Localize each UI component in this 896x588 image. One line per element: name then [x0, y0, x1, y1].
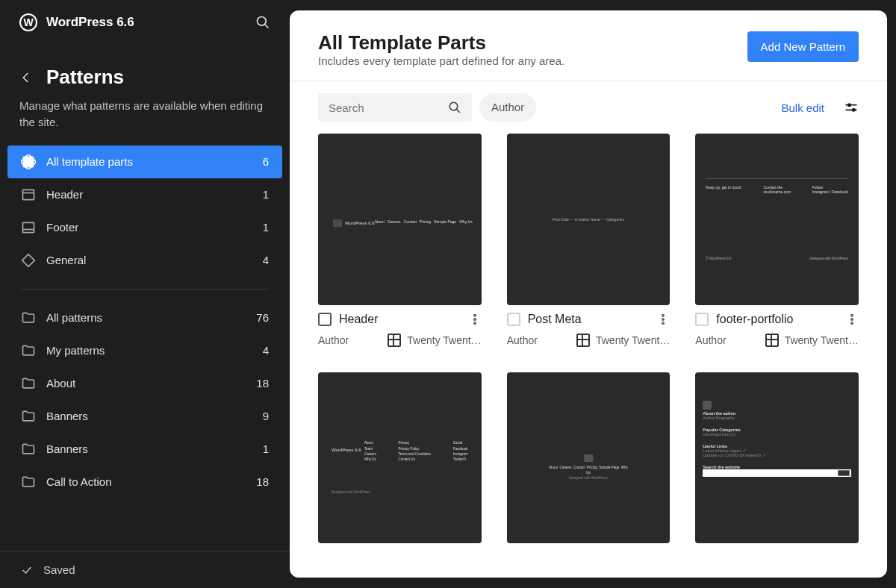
- theme-name: Twenty Twent…: [785, 334, 859, 346]
- nav-label: All template parts: [46, 155, 133, 168]
- more-options-icon[interactable]: [845, 313, 859, 326]
- svg-point-0: [258, 17, 267, 26]
- section-description: Manage what patterns are available when …: [0, 98, 290, 146]
- folder-icon: [21, 343, 36, 358]
- topbar: W WordPress 6.6: [0, 0, 290, 45]
- template-thumbnail[interactable]: WordPress 6.6 AboutCareersContactPricing…: [318, 134, 482, 305]
- folder-icon: [21, 409, 36, 424]
- section-title: Patterns: [46, 66, 124, 89]
- header-layout-icon: [21, 187, 36, 202]
- theme-name: Twenty Twent…: [596, 334, 670, 346]
- nav-my-patterns[interactable]: My patterns 4: [7, 334, 282, 367]
- nav-label: About: [46, 377, 75, 390]
- search-input[interactable]: [329, 101, 433, 114]
- nav-banners-2[interactable]: Banners 1: [7, 433, 282, 466]
- nav-label: Banners: [46, 410, 88, 422]
- nav-banners-1[interactable]: Banners 9: [7, 400, 282, 433]
- nav-count: 18: [256, 475, 269, 488]
- nav-label: Footer: [46, 221, 78, 234]
- cards-grid: WordPress 6.6 AboutCareersContactPricing…: [290, 134, 887, 543]
- svg-line-1: [265, 25, 269, 28]
- svg-point-16: [473, 318, 475, 319]
- author-filter-chip[interactable]: Author: [479, 93, 536, 122]
- nav-label: All patterns: [46, 311, 102, 324]
- view-options-icon[interactable]: [844, 100, 859, 115]
- wordpress-logo-icon: W: [19, 13, 37, 31]
- sidebar: W WordPress 6.6 Patterns Manage what pat…: [0, 0, 290, 588]
- nav-header[interactable]: Header 1: [7, 178, 282, 211]
- template-thumbnail[interactable]: About Careers Contact Pricing Sample Pag…: [507, 372, 671, 544]
- card-title: Header: [339, 313, 378, 326]
- back-icon[interactable]: [19, 71, 33, 84]
- nav-count: 18: [256, 377, 269, 390]
- nav-count: 4: [263, 254, 269, 266]
- nav-all-template-parts[interactable]: All template parts 6: [7, 146, 282, 178]
- theme-name: Twenty Twent…: [407, 334, 481, 346]
- nav-count: 1: [263, 188, 269, 201]
- nav-all-patterns[interactable]: All patterns 76: [7, 301, 282, 334]
- nav-label: Call to Action: [46, 475, 112, 488]
- toolbar: Author Bulk edit: [290, 81, 887, 134]
- svg-point-18: [662, 314, 664, 316]
- template-parts-nav: All template parts 6 Header 1 Footer 1: [0, 146, 290, 498]
- template-thumbnail[interactable]: About the authorAuthor Biography Popular…: [695, 372, 859, 544]
- card-title: footer-portfolio: [716, 313, 793, 326]
- site-brand[interactable]: W WordPress 6.6: [19, 13, 134, 31]
- select-checkbox[interactable]: [507, 313, 520, 326]
- nav-count: 6: [263, 155, 269, 168]
- theme-icon: [388, 334, 401, 347]
- svg-point-22: [851, 318, 853, 319]
- svg-rect-8: [22, 254, 34, 266]
- divider: [21, 289, 269, 290]
- general-icon: [21, 253, 36, 268]
- author-label: Author: [507, 334, 538, 346]
- footer-layout-icon: [21, 220, 36, 235]
- folder-icon: [21, 442, 36, 457]
- svg-point-14: [853, 109, 855, 111]
- template-thumbnail[interactable]: WordPress 6.6 AboutTeamCareersWhy Us Pri…: [318, 372, 482, 544]
- svg-point-15: [473, 314, 475, 316]
- main-header: All Template Parts Includes every templa…: [290, 10, 887, 81]
- template-card: Post Date — in Author Name — Categories …: [507, 134, 671, 347]
- saved-label: Saved: [43, 563, 75, 576]
- page-subtitle: Includes every template part defined for…: [318, 54, 564, 67]
- main-panel: All Template Parts Includes every templa…: [290, 10, 887, 578]
- svg-point-21: [851, 314, 853, 316]
- nav-general[interactable]: General 4: [7, 244, 282, 277]
- page-title: All Template Parts: [318, 31, 564, 54]
- nav-count: 76: [256, 311, 269, 324]
- search-icon[interactable]: [255, 15, 270, 30]
- select-checkbox[interactable]: [695, 313, 709, 326]
- site-title: WordPress 6.6: [46, 15, 134, 30]
- nav-count: 4: [263, 344, 269, 357]
- template-thumbnail[interactable]: Post Date — in Author Name — Categories: [507, 134, 671, 305]
- add-new-pattern-button[interactable]: Add New Pattern: [747, 31, 859, 62]
- svg-point-19: [662, 318, 664, 319]
- nav-call-to-action[interactable]: Call to Action 18: [7, 466, 282, 498]
- template-card: WordPress 6.6 AboutCareersContactPricing…: [318, 134, 482, 347]
- search-input-wrapper[interactable]: [318, 93, 472, 122]
- nav-count: 1: [263, 221, 269, 234]
- select-checkbox[interactable]: [318, 313, 332, 326]
- template-parts-icon: [21, 154, 36, 169]
- svg-rect-6: [23, 222, 34, 232]
- svg-rect-4: [23, 190, 34, 199]
- check-icon: [21, 564, 33, 576]
- template-thumbnail[interactable]: Keep up, get in touch.Contact thestudion…: [695, 134, 859, 305]
- svg-point-12: [848, 104, 850, 106]
- card-title: Post Meta: [528, 313, 582, 326]
- more-options-icon[interactable]: [468, 313, 482, 326]
- author-label: Author: [695, 334, 726, 346]
- bulk-edit-link[interactable]: Bulk edit: [781, 101, 824, 114]
- nav-footer[interactable]: Footer 1: [7, 211, 282, 244]
- nav-about[interactable]: About 18: [7, 367, 282, 400]
- more-options-icon[interactable]: [656, 313, 670, 326]
- svg-line-10: [456, 109, 460, 113]
- section-header: Patterns: [0, 45, 290, 98]
- author-label: Author: [318, 334, 349, 346]
- search-icon[interactable]: [448, 101, 461, 114]
- folder-icon: [21, 310, 36, 325]
- nav-count: 1: [263, 442, 269, 455]
- folder-icon: [21, 376, 36, 391]
- theme-icon: [576, 334, 590, 347]
